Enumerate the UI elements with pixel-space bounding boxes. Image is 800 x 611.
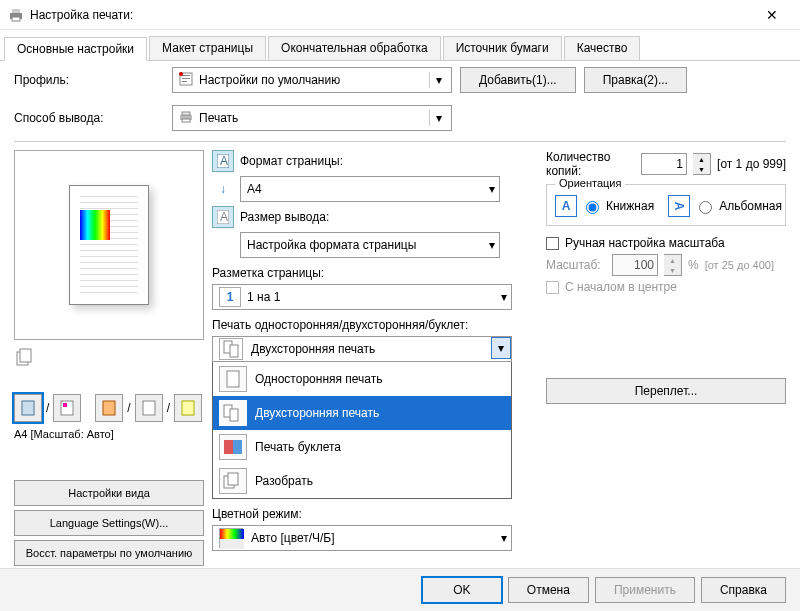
duplex-select[interactable]: Двухсторонняя печать ▾ bbox=[212, 336, 512, 362]
chevron-down-icon: ▾ bbox=[491, 337, 511, 359]
output-size-select[interactable]: Настройка формата страницы ▾ bbox=[240, 232, 500, 258]
radio-landscape[interactable] bbox=[699, 201, 712, 214]
chevron-down-icon: ▾ bbox=[429, 110, 447, 126]
preview-pane bbox=[14, 150, 204, 340]
svg-rect-17 bbox=[143, 401, 155, 415]
dialog-footer: OK Отмена Применить Справка bbox=[0, 568, 800, 611]
svg-point-7 bbox=[179, 72, 183, 76]
radio-portrait[interactable] bbox=[586, 201, 599, 214]
scale-spinner: ▲▼ bbox=[664, 254, 682, 276]
center-origin-checkbox bbox=[546, 281, 559, 294]
titlebar: Настройка печати: ✕ bbox=[0, 0, 800, 30]
view-mode-3[interactable] bbox=[95, 394, 123, 422]
single-page-icon bbox=[219, 366, 247, 392]
apply-button[interactable]: Применить bbox=[595, 577, 695, 603]
duplex-value: Двухсторонняя печать bbox=[251, 342, 375, 356]
scale-input bbox=[612, 254, 658, 276]
landscape-label: Альбомная bbox=[719, 199, 782, 213]
duplex-label: Печать односторонняя/двухсторонняя/букле… bbox=[212, 318, 538, 332]
manual-scale-checkbox[interactable] bbox=[546, 237, 559, 250]
svg-rect-13 bbox=[22, 401, 34, 415]
color-mode-label: Цветной режим: bbox=[212, 507, 538, 521]
profile-select[interactable]: Настройки по умолчанию ▾ bbox=[172, 67, 452, 93]
svg-text:A: A bbox=[220, 210, 228, 224]
view-mode-5[interactable] bbox=[174, 394, 202, 422]
option-single-sided[interactable]: Односторонняя печать bbox=[213, 362, 511, 396]
profile-value: Настройки по умолчанию bbox=[199, 73, 340, 87]
layout-badge: 1 bbox=[219, 287, 241, 307]
svg-rect-9 bbox=[182, 112, 190, 115]
view-mode-2[interactable] bbox=[53, 394, 81, 422]
duplex-icon bbox=[219, 338, 243, 360]
option-booklet[interactable]: Печать буклета bbox=[213, 430, 511, 464]
svg-rect-25 bbox=[227, 371, 239, 387]
layout-select[interactable]: 1 1 на 1 ▾ bbox=[212, 284, 512, 310]
svg-rect-29 bbox=[233, 440, 242, 454]
svg-rect-31 bbox=[228, 473, 238, 485]
output-size-label: Размер вывода: bbox=[240, 210, 329, 224]
printer-icon bbox=[8, 7, 24, 23]
help-button[interactable]: Справка bbox=[701, 577, 786, 603]
tab-finishing[interactable]: Окончательная обработка bbox=[268, 36, 441, 60]
option-double-sided[interactable]: Двухсторонняя печать bbox=[213, 396, 511, 430]
svg-rect-1 bbox=[12, 9, 20, 13]
orientation-landscape[interactable]: А Альбомная bbox=[668, 195, 782, 217]
add-profile-button[interactable]: Добавить(1)... bbox=[460, 67, 576, 93]
option-label: Разобрать bbox=[255, 474, 313, 488]
language-settings-button[interactable]: Language Settings(W)... bbox=[14, 510, 204, 536]
copies-input[interactable] bbox=[641, 153, 687, 175]
tab-basic[interactable]: Основные настройки bbox=[4, 37, 147, 61]
orientation-portrait[interactable]: А Книжная bbox=[555, 195, 654, 217]
svg-rect-15 bbox=[63, 403, 67, 407]
output-size-icon: A bbox=[212, 206, 234, 228]
output-value: Печать bbox=[199, 111, 238, 125]
orientation-legend: Ориентация bbox=[555, 177, 625, 189]
right-panel: Количество копий: ▲▼ [от 1 до 999] Ориен… bbox=[546, 150, 786, 566]
profile-label: Профиль: bbox=[14, 73, 164, 87]
svg-rect-10 bbox=[182, 119, 190, 122]
copies-range: [от 1 до 999] bbox=[717, 157, 786, 171]
view-settings-button[interactable]: Настройки вида bbox=[14, 480, 204, 506]
tabstrip: Основные настройки Макет страницы Оконча… bbox=[0, 36, 800, 61]
color-icon bbox=[219, 528, 243, 548]
svg-rect-12 bbox=[20, 349, 31, 362]
chevron-down-icon: ▾ bbox=[489, 182, 495, 196]
landscape-icon: А bbox=[668, 195, 690, 217]
svg-rect-24 bbox=[230, 345, 238, 357]
cancel-button[interactable]: Отмена bbox=[508, 577, 589, 603]
edit-profile-button[interactable]: Правка(2)... bbox=[584, 67, 687, 93]
middle-panel: A Формат страницы: ↓ A4 ▾ A Размер вывод… bbox=[212, 150, 538, 566]
svg-rect-16 bbox=[103, 401, 115, 415]
close-button[interactable]: ✕ bbox=[752, 7, 792, 23]
tab-quality[interactable]: Качество bbox=[564, 36, 641, 60]
binding-button[interactable]: Переплет... bbox=[546, 378, 786, 404]
page-format-select[interactable]: A4 ▾ bbox=[240, 176, 500, 202]
color-mode-select[interactable]: Авто [цвет/Ч/Б] ▾ bbox=[212, 525, 512, 551]
svg-rect-32 bbox=[220, 529, 244, 539]
view-mode-1[interactable] bbox=[14, 394, 42, 422]
layout-value: 1 на 1 bbox=[247, 290, 280, 304]
copies-stack-icon bbox=[14, 346, 36, 368]
ok-button[interactable]: OK bbox=[422, 577, 502, 603]
chevron-down-icon: ▾ bbox=[489, 238, 495, 252]
center-origin-label: С началом в центре bbox=[565, 280, 677, 294]
svg-rect-28 bbox=[224, 440, 233, 454]
output-select[interactable]: Печать ▾ bbox=[172, 105, 452, 131]
option-collate[interactable]: Разобрать bbox=[213, 464, 511, 498]
copies-label: Количество копий: bbox=[546, 150, 635, 178]
orientation-group: Ориентация А Книжная А Альбомная bbox=[546, 184, 786, 226]
svg-rect-6 bbox=[182, 81, 187, 82]
copies-spinner[interactable]: ▲▼ bbox=[693, 153, 711, 175]
scale-label: Масштаб: bbox=[546, 258, 606, 272]
restore-defaults-button[interactable]: Восст. параметры по умолчанию bbox=[14, 540, 204, 566]
preview-status: A4 [Масштаб: Авто] bbox=[14, 428, 204, 440]
window-title: Настройка печати: bbox=[30, 8, 752, 22]
booklet-icon bbox=[219, 434, 247, 460]
view-mode-4[interactable] bbox=[135, 394, 163, 422]
scale-range: [от 25 до 400] bbox=[705, 259, 774, 271]
portrait-icon: А bbox=[555, 195, 577, 217]
tab-layout[interactable]: Макет страницы bbox=[149, 36, 266, 60]
scale-unit: % bbox=[688, 258, 699, 272]
main-content: / / / A4 [Масштаб: Авто] Настройки вида … bbox=[0, 146, 800, 566]
tab-paper-source[interactable]: Источник бумаги bbox=[443, 36, 562, 60]
